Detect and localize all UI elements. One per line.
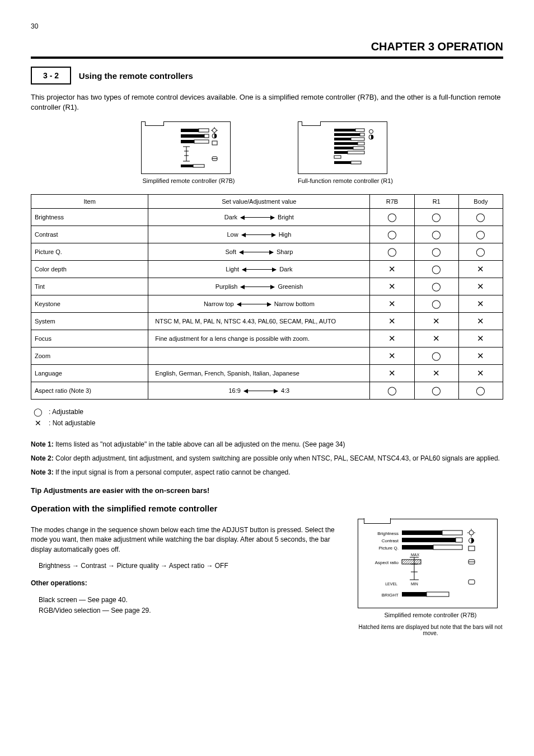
svg-rect-2 xyxy=(181,134,204,138)
cell-item: Picture Q. xyxy=(31,243,148,261)
cell-item: System xyxy=(31,313,148,330)
svg-rect-32 xyxy=(334,151,348,154)
svg-rect-28 xyxy=(334,142,358,145)
svg-rect-5 xyxy=(194,140,209,143)
note2-label: Note 2: xyxy=(31,454,54,462)
table-row: SystemNTSC M, PAL M, PAL N, NTSC 4.43, P… xyxy=(31,313,503,330)
cell-r1: ◯ xyxy=(414,209,458,226)
svg-rect-44 xyxy=(442,530,462,535)
cell-value: PurplishGreenish xyxy=(148,278,370,295)
simple-remote-diagram: Simplified remote controller (R7B) xyxy=(141,121,236,184)
cell-value: 16:94:3 xyxy=(148,382,370,400)
svg-rect-0 xyxy=(181,129,199,132)
svg-rect-29 xyxy=(358,142,364,145)
other-ops-a: Black screen — See page 40. xyxy=(39,595,341,605)
svg-rect-1 xyxy=(199,129,209,132)
th-body: Body xyxy=(458,195,503,209)
section-number-box: 3 - 2 xyxy=(31,67,71,84)
svg-text:MAX: MAX xyxy=(411,553,420,557)
svg-point-6 xyxy=(213,129,217,133)
cell-body: ✕ xyxy=(458,348,503,365)
simple-remote-box xyxy=(141,121,231,174)
notes-block: Note 1: Items listed as "not adjustable"… xyxy=(31,440,503,477)
cell-r7b: ✕ xyxy=(370,261,414,278)
cell-item: Zoom xyxy=(31,348,148,365)
th-r7b: R7B xyxy=(370,195,414,209)
svg-point-37 xyxy=(369,130,373,134)
table-row: BrightnessDarkBright◯◯◯ xyxy=(31,209,503,226)
simple-remote-large-box: Brightness Contrast Picture Q. Aspect ra… xyxy=(358,519,498,608)
cell-r1: ◯ xyxy=(414,295,458,313)
cell-r1: ✕ xyxy=(414,313,458,330)
svg-rect-46 xyxy=(456,538,462,542)
cell-value: Fine adjustment for a lens change is pos… xyxy=(148,330,370,348)
full-remote-svg xyxy=(303,125,383,170)
table-row: Zoom✕◯✕ xyxy=(31,348,503,365)
cell-r7b: ◯ xyxy=(370,209,414,226)
svg-text:Contrast: Contrast xyxy=(382,538,399,543)
svg-rect-67 xyxy=(469,580,475,584)
full-remote-box xyxy=(298,121,387,174)
legend-x-icon: ✕ xyxy=(31,419,45,428)
simple-remote-svg xyxy=(146,125,227,170)
table-row: LanguageEnglish, German, French, Spanish… xyxy=(31,365,503,382)
note3-label: Note 3: xyxy=(31,468,54,476)
chapter-heading: CHAPTER 3 OPERATION xyxy=(371,40,503,53)
th-value: Set value/Adjustment value xyxy=(148,195,370,209)
cell-r1: ✕ xyxy=(414,365,458,382)
cell-r7b: ✕ xyxy=(370,295,414,313)
tip-heading: Tip Adjustments are easier with the on-s… xyxy=(31,486,503,495)
cell-r7b: ✕ xyxy=(370,348,414,365)
section-title: Using the remote controllers xyxy=(79,71,193,81)
simple-remote-caption: Simplified remote controller (R7B) xyxy=(141,177,236,184)
note1-text: Items listed as "not adjustable" in the … xyxy=(55,440,345,448)
svg-rect-64 xyxy=(469,546,475,551)
svg-rect-21 xyxy=(193,165,204,167)
svg-rect-23 xyxy=(355,129,364,132)
svg-rect-24 xyxy=(334,133,360,136)
cell-r7b: ◯ xyxy=(370,243,414,261)
full-remote-diagram: Full-function remote controller (R1) xyxy=(298,121,393,184)
cell-body: ✕ xyxy=(458,365,503,382)
svg-rect-43 xyxy=(402,530,442,535)
svg-rect-69 xyxy=(402,592,427,597)
svg-rect-12 xyxy=(212,141,217,145)
legend-o-text: : Adjustable xyxy=(49,408,83,416)
cell-item: Color depth xyxy=(31,261,148,278)
legend: ◯: Adjustable ✕: Not adjustable xyxy=(31,407,503,428)
table-row: Color depthLightDark✕◯✕ xyxy=(31,261,503,278)
page-number: 30 xyxy=(31,22,503,30)
cell-r1: ◯ xyxy=(414,261,458,278)
cell-body: ✕ xyxy=(458,295,503,313)
simple-op-sequence: Brightness → Contrast → Picture quality … xyxy=(39,561,341,571)
cell-value: LowHigh xyxy=(148,226,370,243)
svg-rect-20 xyxy=(181,165,193,167)
svg-rect-34 xyxy=(334,156,341,158)
svg-rect-25 xyxy=(360,133,364,136)
svg-rect-48 xyxy=(433,545,462,550)
section-row: 3 - 2 Using the remote controllers xyxy=(31,67,503,84)
svg-text:BRIGHT: BRIGHT xyxy=(382,593,399,598)
svg-text:LEVEL: LEVEL xyxy=(385,582,397,586)
cell-body: ◯ xyxy=(458,382,503,400)
cell-r7b: ◯ xyxy=(370,382,414,400)
cell-r1: ◯ xyxy=(414,382,458,400)
svg-rect-36 xyxy=(351,161,361,164)
intro-paragraph: This projector has two types of remote c… xyxy=(31,92,503,112)
controller-diagrams: Simplified remote controller (R7B) Full-… xyxy=(31,121,503,184)
cell-body: ✕ xyxy=(458,261,503,278)
cell-r1: ◯ xyxy=(414,278,458,295)
table-row: FocusFine adjustment for a lens change i… xyxy=(31,330,503,348)
cell-r7b: ✕ xyxy=(370,313,414,330)
cell-body: ✕ xyxy=(458,313,503,330)
svg-rect-49 xyxy=(402,560,421,564)
svg-rect-3 xyxy=(204,134,209,138)
cell-r1: ✕ xyxy=(414,330,458,348)
cell-r7b: ◯ xyxy=(370,226,414,243)
svg-rect-31 xyxy=(353,147,364,149)
cell-r1: ◯ xyxy=(414,348,458,365)
legend-x-text: : Not adjustable xyxy=(49,419,95,427)
cell-item: Focus xyxy=(31,330,148,348)
table-row: Aspect ratio (Note 3)16:94:3◯◯◯ xyxy=(31,382,503,400)
other-ops-label: Other operations: xyxy=(31,579,87,587)
